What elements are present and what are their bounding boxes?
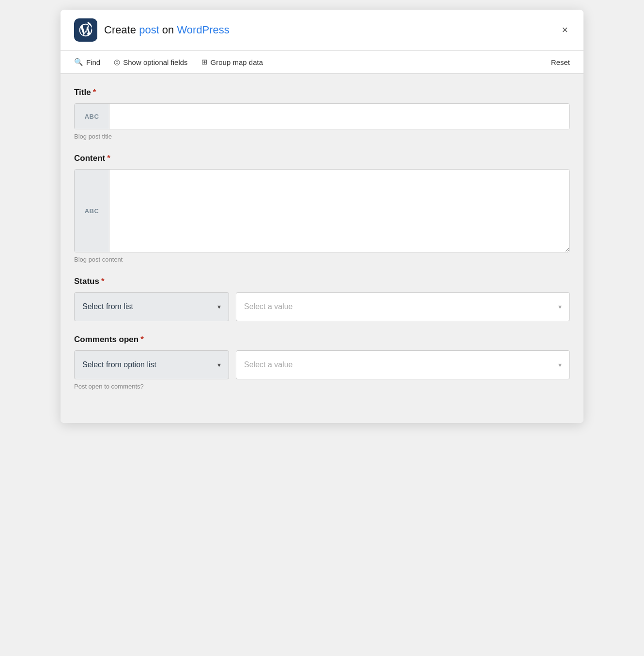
- reset-button[interactable]: Reset: [551, 58, 570, 66]
- status-label: Status *: [74, 277, 570, 286]
- status-select-chevron-icon: ▾: [217, 303, 221, 311]
- modal-container: Create post on WordPress × 🔍 Find ◎ Show…: [61, 10, 583, 423]
- comments-open-field-section: Comments open * Select from option list …: [74, 335, 570, 390]
- group-map-icon: ⊞: [201, 58, 208, 66]
- status-select-left: Select from list ▾: [74, 292, 229, 321]
- comments-open-select-chevron-icon: ▾: [217, 361, 221, 369]
- find-icon: 🔍: [74, 58, 83, 66]
- comments-open-hint: Post open to comments?: [74, 383, 570, 390]
- comments-open-value-chevron-icon: ▾: [558, 361, 562, 369]
- find-button[interactable]: 🔍 Find: [74, 58, 100, 66]
- header-left: Create post on WordPress: [74, 18, 230, 42]
- title-type-badge: ABC: [75, 104, 109, 129]
- content-label: Content *: [74, 154, 570, 163]
- status-select-list-button[interactable]: Select from list ▾: [74, 292, 229, 321]
- status-field-section: Status * Select from list ▾ Select a val…: [74, 277, 570, 321]
- comments-open-select-value-button[interactable]: Select a value ▾: [236, 350, 570, 379]
- comments-open-select-right: Select a value ▾: [236, 350, 570, 379]
- title-hint: Blog post title: [74, 133, 570, 140]
- header-title: Create post on WordPress: [104, 24, 230, 36]
- title-field-section: Title * ABC Blog post title: [74, 88, 570, 140]
- content-type-badge: ABC: [75, 170, 109, 252]
- toolbar-left: 🔍 Find ◎ Show optional fields ⊞ Group ma…: [74, 58, 263, 66]
- status-select-row: Select from list ▾ Select a value ▾: [74, 292, 570, 321]
- close-button[interactable]: ×: [560, 23, 570, 37]
- content-required-star: *: [107, 154, 110, 163]
- comments-open-label: Comments open *: [74, 335, 570, 344]
- status-select-right: Select a value ▾: [236, 292, 570, 321]
- modal-content: Title * ABC Blog post title Content * AB…: [61, 74, 583, 423]
- toolbar: 🔍 Find ◎ Show optional fields ⊞ Group ma…: [61, 51, 583, 74]
- status-required-star: *: [101, 277, 105, 286]
- show-optional-fields-button[interactable]: ◎ Show optional fields: [114, 58, 187, 66]
- title-required-star: *: [93, 88, 96, 97]
- wordpress-logo: [74, 18, 97, 42]
- status-select-value-button[interactable]: Select a value ▾: [236, 292, 570, 321]
- comments-open-select-list-button[interactable]: Select from option list ▾: [74, 350, 229, 379]
- title-input-wrapper: ABC: [74, 103, 570, 129]
- content-input[interactable]: [109, 170, 569, 252]
- comments-open-select-row: Select from option list ▾ Select a value…: [74, 350, 570, 379]
- status-value-chevron-icon: ▾: [558, 303, 562, 311]
- title-label: Title *: [74, 88, 570, 97]
- eye-icon: ◎: [114, 58, 120, 66]
- content-input-wrapper: ABC: [74, 169, 570, 252]
- group-map-data-button[interactable]: ⊞ Group map data: [201, 58, 263, 66]
- comments-open-required-star: *: [140, 335, 144, 344]
- content-field-section: Content * ABC Blog post content: [74, 154, 570, 263]
- comments-open-select-left: Select from option list ▾: [74, 350, 229, 379]
- content-hint: Blog post content: [74, 256, 570, 263]
- title-input[interactable]: [109, 104, 569, 129]
- modal-header: Create post on WordPress ×: [61, 10, 583, 51]
